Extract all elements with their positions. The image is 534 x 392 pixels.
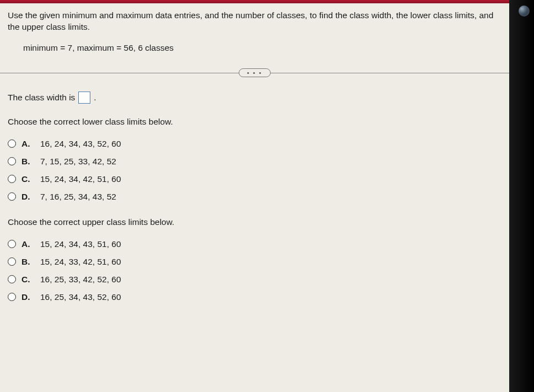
radio-icon[interactable] (8, 139, 16, 148)
lower-option-d[interactable]: D. 7, 16, 25, 34, 43, 52 (8, 192, 501, 202)
radio-icon[interactable] (8, 257, 16, 266)
class-width-line: The class width is . (8, 92, 501, 104)
radio-icon[interactable] (8, 157, 16, 165)
instruction-text: Use the given minimum and maximum data e… (8, 10, 501, 33)
divider-row: • • • (8, 67, 501, 78)
class-width-post: . (94, 93, 96, 103)
class-width-pre: The class width is (8, 93, 75, 103)
option-text: 7, 15, 25, 33, 42, 52 (40, 157, 116, 167)
option-letter: A. (21, 139, 33, 149)
option-letter: A. (21, 239, 33, 249)
ellipsis-icon: • • • (247, 69, 262, 76)
option-letter: C. (21, 174, 33, 184)
lower-option-b[interactable]: B. 7, 15, 25, 33, 42, 52 (8, 157, 501, 167)
right-dark-border (509, 0, 534, 392)
option-letter: B. (21, 157, 33, 167)
parameters-text: minimum = 7, maximum = 56, 6 classes (23, 43, 501, 53)
option-text: 15, 24, 33, 42, 51, 60 (40, 257, 121, 267)
lower-option-c[interactable]: C. 15, 24, 34, 42, 51, 60 (8, 174, 501, 184)
option-text: 16, 25, 34, 43, 52, 60 (40, 292, 121, 302)
lower-limits-options: A. 16, 24, 34, 43, 52, 60 B. 7, 15, 25, … (8, 139, 501, 202)
moon-decoration (519, 6, 530, 17)
option-text: 16, 24, 34, 43, 52, 60 (40, 139, 121, 149)
upper-option-b[interactable]: B. 15, 24, 33, 42, 51, 60 (8, 257, 501, 267)
radio-icon[interactable] (8, 240, 16, 248)
radio-icon[interactable] (8, 192, 16, 201)
option-letter: D. (21, 292, 33, 302)
option-letter: B. (21, 257, 33, 267)
option-text: 15, 24, 34, 43, 51, 60 (40, 239, 121, 249)
radio-icon[interactable] (8, 175, 16, 183)
option-letter: D. (21, 192, 33, 202)
class-width-input[interactable] (78, 92, 90, 104)
option-letter: C. (21, 275, 33, 284)
upper-limits-options: A. 15, 24, 34, 43, 51, 60 B. 15, 24, 33,… (8, 239, 501, 302)
upper-option-a[interactable]: A. 15, 24, 34, 43, 51, 60 (8, 239, 501, 249)
upper-option-d[interactable]: D. 16, 25, 34, 43, 52, 60 (8, 292, 501, 302)
upper-option-c[interactable]: C. 16, 25, 33, 42, 52, 60 (8, 275, 501, 284)
question-content: Use the given minimum and maximum data e… (0, 3, 509, 392)
lower-option-a[interactable]: A. 16, 24, 34, 43, 52, 60 (8, 139, 501, 149)
option-text: 15, 24, 34, 42, 51, 60 (40, 174, 121, 184)
upper-limits-prompt: Choose the correct upper class limits be… (8, 217, 501, 227)
lower-limits-prompt: Choose the correct lower class limits be… (8, 117, 501, 127)
option-text: 16, 25, 33, 42, 52, 60 (40, 275, 121, 284)
option-text: 7, 16, 25, 34, 43, 52 (40, 192, 116, 202)
expand-button[interactable]: • • • (239, 68, 271, 77)
radio-icon[interactable] (8, 293, 16, 301)
radio-icon[interactable] (8, 275, 16, 283)
